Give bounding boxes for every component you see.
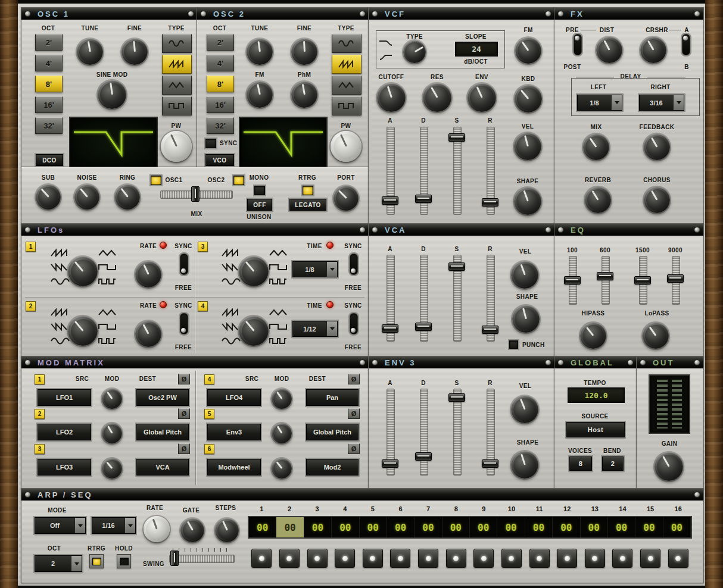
slider-handle[interactable] (382, 459, 398, 468)
slider-handle[interactable] (448, 262, 465, 271)
osc2-fine-knob[interactable] (291, 39, 317, 65)
dropdown-arrow-icon[interactable] (611, 95, 622, 110)
punch-checkbox[interactable] (509, 340, 518, 349)
slope-display[interactable]: 24 (455, 42, 498, 57)
delay-right-value[interactable]: 3/16 (640, 95, 673, 110)
osc2-vco-button[interactable]: VCO (205, 154, 234, 166)
slot6-dest-button[interactable]: Mod2 (306, 459, 359, 476)
slot2-source-button[interactable]: LFO2 (38, 424, 91, 440)
arp-step-button[interactable] (363, 549, 383, 568)
slider-handle[interactable] (382, 324, 398, 333)
osc1-oct-4-button[interactable]: 4' (35, 55, 63, 71)
vcf-vel-knob[interactable] (514, 133, 541, 160)
port-knob[interactable] (334, 186, 359, 211)
slot3-source-button[interactable]: LFO3 (38, 459, 91, 476)
slider-handle[interactable] (382, 196, 398, 205)
filter-type-knob[interactable] (403, 40, 426, 63)
slider-handle[interactable] (482, 326, 498, 334)
dropdown-arrow-icon[interactable] (71, 556, 82, 571)
crshr-a-b-toggle[interactable] (682, 34, 690, 55)
vca-shape-knob[interactable] (512, 305, 540, 333)
arp-step-button[interactable] (585, 549, 605, 568)
arp-step-value[interactable]: 00 (442, 517, 470, 537)
arp-rate-dropdown[interactable]: 1/16 (92, 517, 136, 534)
arp-step-value[interactable]: 00 (249, 517, 276, 537)
source-button[interactable]: Host (566, 422, 625, 437)
slot4-phase-button[interactable]: Ø (348, 374, 360, 384)
slot4-amount-knob[interactable] (272, 389, 292, 409)
slot5-source-button[interactable]: Env3 (207, 424, 261, 440)
osc2-wave-saw-button[interactable] (332, 55, 362, 74)
slider-handle[interactable] (564, 276, 581, 284)
osc1-wave-sine-button[interactable] (162, 34, 192, 53)
slot3-amount-knob[interactable] (102, 458, 122, 478)
osc1-oct-16-button[interactable]: 16' (35, 96, 63, 113)
osc1-pw-knob[interactable] (161, 131, 192, 162)
arp-rate-knob[interactable] (144, 516, 170, 542)
lfo2-wave-knob[interactable] (68, 316, 98, 346)
arp-oct-dropdown[interactable]: 2 (35, 555, 82, 572)
arp-step-value[interactable]: 00 (608, 517, 635, 537)
lfo1-sync-free-toggle[interactable] (180, 254, 188, 275)
cutoff-knob[interactable] (377, 83, 406, 112)
crshr-knob[interactable] (640, 37, 666, 63)
osc2-wave-pulse-button[interactable] (332, 96, 362, 115)
arp-step-value[interactable]: 00 (525, 517, 553, 537)
lfo3-sync-free-toggle[interactable] (350, 254, 358, 275)
arp-step-button[interactable] (529, 549, 550, 568)
mix-slider-handle[interactable] (191, 186, 200, 202)
arp-step-button[interactable] (612, 549, 632, 568)
slot1-phase-button[interactable]: Ø (178, 374, 190, 384)
lfo4-wave-knob[interactable] (239, 316, 269, 346)
slot6-amount-knob[interactable] (272, 458, 292, 478)
arp-step-button[interactable] (251, 549, 272, 568)
legato-button[interactable]: LEGATO (289, 199, 326, 211)
osc1-active-led[interactable] (151, 176, 161, 185)
arp-rate-value[interactable]: 1/16 (92, 518, 124, 533)
lopass-knob[interactable] (643, 323, 669, 349)
osc1-oct-8-button[interactable]: 8' (35, 76, 63, 92)
arp-step-button[interactable] (335, 549, 355, 568)
arp-step-value[interactable]: 00 (387, 517, 415, 537)
slot5-dest-button[interactable]: Global Pitch (306, 424, 359, 440)
slot1-source-button[interactable]: LFO1 (38, 389, 91, 406)
lfo4-time-dropdown[interactable]: 1/12 (292, 321, 338, 337)
eq-9000-slider[interactable] (668, 256, 683, 305)
lfo4-sync-free-toggle[interactable] (350, 313, 358, 334)
slot5-phase-button[interactable]: Ø (348, 408, 360, 419)
sub-knob[interactable] (36, 184, 61, 209)
env3-vel-knob[interactable] (511, 396, 538, 423)
reverb-knob[interactable] (585, 187, 611, 213)
arp-step-button[interactable] (446, 549, 466, 568)
slot3-dest-button[interactable]: VCA (136, 459, 189, 476)
arp-step-button[interactable] (307, 549, 328, 568)
vcf-shape-knob[interactable] (514, 187, 541, 215)
slider-handle[interactable] (667, 274, 684, 283)
slot2-amount-knob[interactable] (102, 423, 122, 443)
lfo2-rate-knob[interactable] (135, 321, 161, 347)
hipass-knob[interactable] (580, 323, 606, 349)
slot1-dest-button[interactable]: Osc2 PW (136, 389, 189, 406)
arp-mode-dropdown[interactable]: Off (35, 517, 86, 534)
lfo3-time-dropdown[interactable]: 1/8 (292, 261, 338, 277)
vca-sustain-slider[interactable] (449, 255, 465, 342)
arp-step-value[interactable]: 00 (332, 517, 359, 537)
arp-step-button[interactable] (557, 549, 577, 568)
arp-step-button[interactable] (501, 549, 522, 568)
kbd-knob[interactable] (515, 85, 542, 112)
arp-step-value[interactable]: 00 (304, 517, 332, 537)
vcf-attack-slider[interactable] (382, 127, 398, 215)
osc1-oct-2-button[interactable]: 2' (35, 34, 63, 51)
osc2-oct-2-button[interactable]: 2' (207, 34, 234, 51)
slot1-amount-knob[interactable] (102, 389, 122, 409)
dist-knob[interactable] (596, 37, 622, 63)
delay-left-dropdown[interactable]: 1/8 (577, 95, 622, 111)
osc2-active-led[interactable] (233, 176, 244, 185)
voices-button[interactable]: 8 (569, 456, 592, 471)
env3-attack-slider[interactable] (382, 389, 398, 476)
delay-left-value[interactable]: 1/8 (578, 95, 611, 110)
lfo2-sync-free-toggle[interactable] (180, 313, 188, 334)
env3-sustain-slider[interactable] (449, 389, 465, 476)
eq-100-slider[interactable] (565, 256, 580, 305)
slot4-source-button[interactable]: LFO4 (207, 389, 261, 406)
